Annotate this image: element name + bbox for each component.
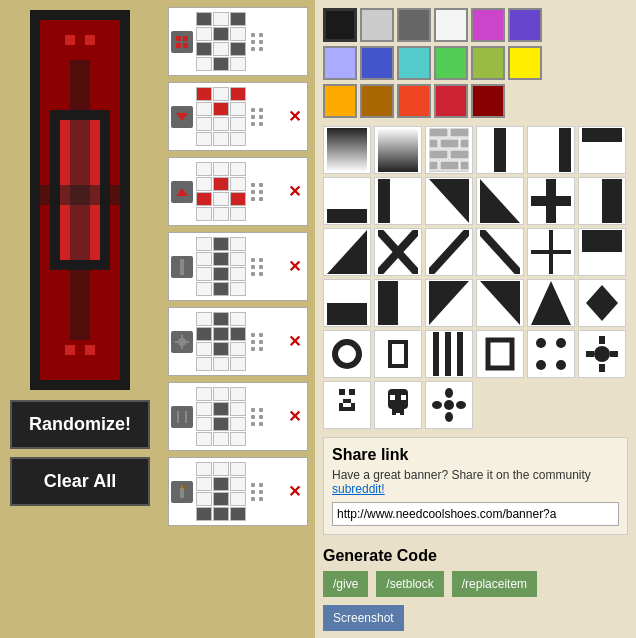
- pattern-gradient-up[interactable]: [374, 126, 422, 174]
- svg-marker-20: [176, 113, 188, 121]
- pattern-cross[interactable]: [527, 177, 575, 225]
- svg-rect-110: [610, 351, 618, 357]
- pattern-stripe-bottom[interactable]: [323, 177, 371, 225]
- layer-item[interactable]: ✕: [168, 82, 308, 151]
- pattern-creeper[interactable]: [323, 381, 371, 429]
- layer-delete-button[interactable]: ✕: [284, 405, 305, 428]
- randomize-button[interactable]: Randomize!: [10, 400, 150, 449]
- pattern-stripe-left[interactable]: [374, 177, 422, 225]
- svg-point-127: [445, 388, 453, 398]
- pattern-x[interactable]: [374, 228, 422, 276]
- share-title: Share link: [332, 446, 619, 464]
- color-section: [323, 8, 628, 118]
- pattern-stripe-down[interactable]: [476, 126, 524, 174]
- pattern-triangle-bottom[interactable]: [527, 279, 575, 327]
- color-swatch-yellow[interactable]: [508, 46, 542, 80]
- pattern-stripe-right[interactable]: [527, 126, 575, 174]
- pattern-border[interactable]: [476, 330, 524, 378]
- layer-item[interactable]: ✕: [168, 232, 308, 301]
- pattern-triangle-top-left[interactable]: [425, 279, 473, 327]
- pattern-dots-2[interactable]: [527, 330, 575, 378]
- layer-delete-button[interactable]: ✕: [284, 480, 305, 503]
- color-swatch-gray[interactable]: [397, 8, 431, 42]
- color-swatch-orange[interactable]: [323, 84, 357, 118]
- pattern-skull[interactable]: [374, 381, 422, 429]
- color-swatch-red[interactable]: [397, 84, 431, 118]
- layer-delete-button[interactable]: ✕: [284, 330, 305, 353]
- color-swatch-green[interactable]: [434, 46, 468, 80]
- layer-drag-handle[interactable]: [251, 333, 264, 351]
- svg-rect-48: [559, 128, 571, 172]
- pattern-diagonal-left[interactable]: [425, 177, 473, 225]
- color-swatch-crimson[interactable]: [471, 84, 505, 118]
- pattern-diagonal-right[interactable]: [476, 177, 524, 225]
- pattern-half-bottom[interactable]: [323, 279, 371, 327]
- svg-rect-39: [460, 139, 469, 148]
- layer-item[interactable]: [168, 7, 308, 76]
- pattern-stripe-half-right[interactable]: [578, 177, 626, 225]
- pattern-triangle-bottom-left[interactable]: [323, 228, 371, 276]
- svg-point-130: [456, 401, 466, 409]
- color-swatch-lightgray[interactable]: [360, 8, 394, 42]
- svg-rect-122: [392, 407, 396, 415]
- pattern-stripe-top[interactable]: [578, 126, 626, 174]
- setblock-button[interactable]: /setblock: [376, 571, 443, 597]
- color-swatch-lightblue[interactable]: [323, 46, 357, 80]
- svg-rect-30: [180, 488, 184, 498]
- generate-title: Generate Code: [323, 547, 628, 565]
- color-swatch-lime[interactable]: [471, 46, 505, 80]
- layer-delete-button[interactable]: ✕: [284, 255, 305, 278]
- pattern-diagonal-stripe-2[interactable]: [476, 228, 524, 276]
- pattern-diamond[interactable]: [578, 279, 626, 327]
- svg-rect-24: [181, 335, 183, 338]
- pattern-half-top[interactable]: [578, 228, 626, 276]
- subreddit-link[interactable]: subreddit!: [332, 482, 385, 496]
- generate-section: Generate Code /give /setblock /replaceit…: [323, 543, 628, 638]
- pattern-circle[interactable]: [323, 330, 371, 378]
- layer-item[interactable]: ✕: [168, 382, 308, 451]
- color-swatch-cyan[interactable]: [397, 46, 431, 80]
- layer-icon: [171, 406, 193, 428]
- svg-rect-115: [339, 403, 343, 411]
- pattern-diagonal-stripe[interactable]: [425, 228, 473, 276]
- svg-rect-81: [378, 281, 398, 325]
- svg-rect-114: [343, 399, 351, 403]
- pattern-stripe-v-left[interactable]: [374, 279, 422, 327]
- pattern-plus-thin[interactable]: [527, 228, 575, 276]
- clear-all-button[interactable]: Clear All: [10, 457, 150, 506]
- color-swatch-blue[interactable]: [360, 46, 394, 80]
- color-swatch-purple[interactable]: [508, 8, 542, 42]
- layer-delete-button[interactable]: ✕: [284, 105, 305, 128]
- color-swatch-black[interactable]: [323, 8, 357, 42]
- pattern-triangle-top-right[interactable]: [476, 279, 524, 327]
- pattern-brick[interactable]: [425, 126, 473, 174]
- layer-drag-handle[interactable]: [251, 483, 264, 501]
- color-swatch-white[interactable]: [434, 8, 468, 42]
- layer-item[interactable]: ✕: [168, 457, 308, 526]
- layer-drag-handle[interactable]: [251, 258, 264, 276]
- layer-delete-button[interactable]: ✕: [284, 180, 305, 203]
- color-swatch-magenta[interactable]: [471, 8, 505, 42]
- layer-item[interactable]: ✕: [168, 157, 308, 226]
- layer-drag-handle[interactable]: [251, 183, 264, 201]
- pattern-gradient-down[interactable]: [323, 126, 371, 174]
- share-url-input[interactable]: [332, 502, 619, 526]
- pattern-flower[interactable]: [425, 381, 473, 429]
- pattern-stripe-vertical[interactable]: [425, 330, 473, 378]
- give-button[interactable]: /give: [323, 571, 368, 597]
- pattern-half-left[interactable]: [374, 330, 422, 378]
- layer-drag-handle[interactable]: [251, 108, 264, 126]
- layer-item[interactable]: ✕: [168, 307, 308, 376]
- color-swatch-brown[interactable]: [360, 84, 394, 118]
- layer-icon: [171, 106, 193, 128]
- color-swatch-darkred[interactable]: [434, 84, 468, 118]
- pattern-gear[interactable]: [578, 330, 626, 378]
- replaceitem-button[interactable]: /replaceitem: [452, 571, 537, 597]
- svg-rect-18: [176, 43, 181, 48]
- layer-drag-handle[interactable]: [251, 408, 264, 426]
- svg-rect-46: [494, 128, 506, 172]
- svg-rect-97: [457, 332, 463, 376]
- share-description: Have a great banner? Share it on the com…: [332, 468, 619, 496]
- screenshot-button[interactable]: Screenshot: [323, 605, 404, 631]
- layer-drag-handle[interactable]: [251, 33, 264, 51]
